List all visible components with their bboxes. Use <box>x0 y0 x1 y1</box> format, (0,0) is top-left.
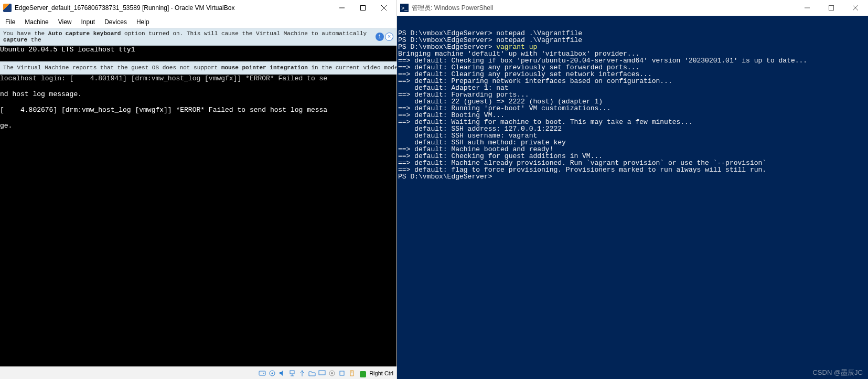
console-line: localhost login: [ 4.801941] [drm:vmw_ho… <box>0 75 397 82</box>
vbox-titlebar[interactable]: EdgeServer_default_1676806738731_53589 [… <box>0 0 397 16</box>
audio-icon[interactable] <box>278 369 286 377</box>
virtualbox-icon <box>3 4 12 12</box>
virtualbox-window: EdgeServer_default_1676806738731_53589 [… <box>0 0 397 379</box>
console-line: [ 4.802676] [drm:vmw_host_log [vmwgfx]] … <box>0 106 397 114</box>
maximize-button[interactable] <box>352 1 373 15</box>
network-icon[interactable] <box>288 369 296 377</box>
maximize-button[interactable] <box>821 1 842 15</box>
recording-icon[interactable] <box>328 369 336 377</box>
svg-rect-11 <box>319 371 325 375</box>
console-line: ge. <box>0 122 397 130</box>
optical-disk-icon[interactable] <box>268 369 276 377</box>
console-line: nd host log message. <box>0 90 397 98</box>
display-icon[interactable] <box>318 369 326 377</box>
vbox-notice-mouse: The Virtual Machine reports that the gue… <box>0 61 397 75</box>
mouse-integration-icon[interactable] <box>348 369 356 377</box>
menu-help[interactable]: Help <box>136 18 149 26</box>
vbox-statusbar: Right Ctrl <box>0 366 397 379</box>
menu-input[interactable]: Input <box>81 18 95 26</box>
menu-devices[interactable]: Devices <box>104 18 127 26</box>
minimize-button[interactable] <box>331 1 352 15</box>
ps-terminal[interactable]: PS D:\vmbox\EdgeServer> notepad .\Vagran… <box>397 16 868 379</box>
ps-titlebar[interactable]: >_ 管理员: Windows PowerShell <box>397 0 868 16</box>
svg-point-5 <box>263 373 264 374</box>
shared-folder-icon[interactable] <box>308 369 316 377</box>
menu-view[interactable]: View <box>58 18 72 26</box>
minimize-button[interactable] <box>797 1 818 15</box>
menu-machine[interactable]: Machine <box>25 18 48 26</box>
vbox-window-title: EdgeServer_default_1676806738731_53589 [… <box>15 4 331 12</box>
vbox-notice-keyboard: You have the Auto capture keyboard optio… <box>0 28 397 46</box>
svg-point-7 <box>272 372 273 374</box>
svg-point-13 <box>331 372 333 374</box>
svg-rect-1 <box>361 6 366 10</box>
close-button[interactable] <box>845 1 866 15</box>
hard-disk-icon[interactable] <box>258 369 266 377</box>
menu-file[interactable]: File <box>5 18 15 26</box>
notice-info-icon[interactable]: i <box>376 33 384 41</box>
vm-console[interactable]: Ubuntu 20.04.5 LTS localhost tty1 The Vi… <box>0 46 397 366</box>
svg-rect-17 <box>829 6 834 10</box>
host-key-label[interactable]: Right Ctrl <box>360 370 393 376</box>
powershell-window: >_ 管理员: Windows PowerShell PS D:\vmbox\E… <box>397 0 868 379</box>
svg-rect-4 <box>259 371 265 375</box>
svg-rect-8 <box>290 371 294 374</box>
close-button[interactable] <box>373 1 394 15</box>
watermark: CSDN @墨辰JC <box>812 369 863 376</box>
svg-rect-14 <box>340 371 344 375</box>
console-line: Ubuntu 20.04.5 LTS localhost tty1 <box>0 46 397 54</box>
ps-window-title: 管理员: Windows PowerShell <box>412 4 794 13</box>
usb-icon[interactable] <box>298 369 306 377</box>
cpu-icon[interactable] <box>338 369 346 377</box>
powershell-icon: >_ <box>400 4 409 12</box>
vbox-menubar: File Machine View Input Devices Help <box>0 16 397 28</box>
ps-line: PS D:\vmbox\EdgeServer> <box>398 173 867 180</box>
notice-close-icon[interactable]: × <box>385 33 393 41</box>
